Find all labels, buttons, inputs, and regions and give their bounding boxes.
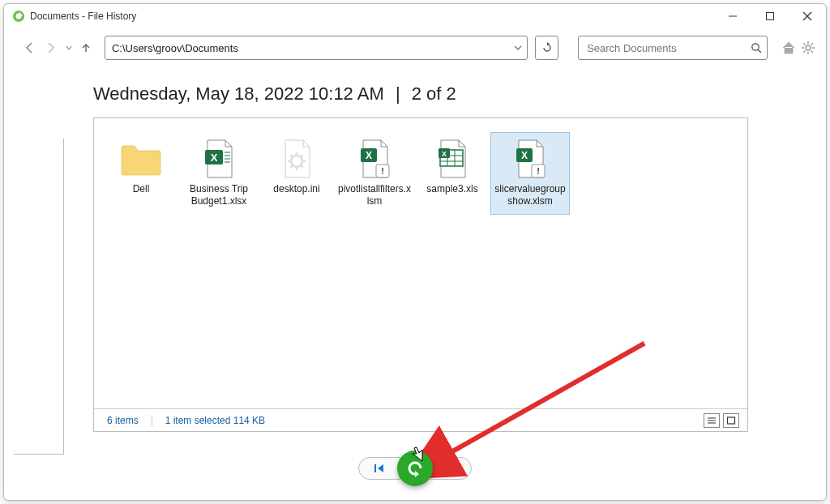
tab-stub	[14, 139, 64, 455]
address-path: C:\Users\groov\Documents	[105, 42, 509, 54]
close-button[interactable]	[789, 4, 826, 28]
ini-file-icon	[274, 136, 319, 182]
file-item[interactable]: X sample3.xls	[413, 133, 491, 202]
folder-item[interactable]: Dell	[102, 133, 180, 202]
heading-separator: |	[396, 83, 400, 104]
svg-point-1	[16, 14, 22, 19]
search-placeholder: Search Documents	[587, 42, 751, 54]
file-name-label: Dell	[133, 183, 150, 195]
refresh-button[interactable]	[535, 36, 558, 60]
snapshot-timestamp: Wednesday, May 18, 2022 10:12 AM	[93, 83, 384, 104]
minimize-button[interactable]	[714, 4, 751, 28]
item-count: 6 items	[107, 415, 139, 426]
view-details-button[interactable]	[704, 413, 720, 428]
svg-rect-50	[728, 417, 735, 424]
file-item-selected[interactable]: X ! slicervaluegroupshow.xlsm	[491, 133, 569, 214]
svg-rect-52	[454, 464, 456, 472]
navigation-row: C:\Users\groov\Documents Search Document…	[4, 32, 826, 64]
svg-line-7	[758, 49, 761, 53]
svg-rect-51	[374, 464, 376, 472]
file-item[interactable]: X Business Trip Budget1.xlsx	[180, 133, 258, 214]
svg-text:!: !	[381, 166, 384, 176]
titlebar: Documents - File History	[4, 4, 826, 28]
nav-back-button[interactable]	[20, 39, 37, 57]
status-separator	[152, 415, 152, 426]
svg-point-8	[806, 45, 811, 50]
address-dropdown-icon[interactable]	[509, 44, 527, 52]
svg-text:X: X	[521, 150, 528, 161]
file-history-window: Documents - File History C:\Use	[3, 3, 827, 501]
restore-button[interactable]	[397, 451, 433, 486]
svg-point-6	[752, 44, 759, 50]
svg-line-13	[803, 43, 805, 45]
excel-macro-file-icon: X !	[507, 136, 553, 182]
file-name-label: pivotlistallfilters.xlsm	[337, 183, 412, 207]
file-name-label: desktop.ini	[273, 183, 319, 195]
snapshot-heading: Wednesday, May 18, 2022 10:12 AM | 2 of …	[93, 83, 456, 105]
settings-gear-icon[interactable]	[800, 40, 816, 56]
svg-line-15	[811, 43, 813, 45]
svg-line-30	[301, 156, 303, 158]
svg-text:X: X	[211, 152, 218, 164]
next-version-button[interactable]	[430, 457, 472, 480]
address-bar[interactable]: C:\Users\groov\Documents	[105, 36, 528, 60]
view-icons-button[interactable]	[723, 413, 739, 428]
svg-line-14	[811, 51, 813, 53]
cursor-icon	[410, 446, 423, 462]
maximize-button[interactable]	[751, 4, 789, 28]
items-area[interactable]: Dell X	[94, 118, 747, 229]
file-name-label: slicervaluegroupshow.xlsm	[493, 183, 567, 207]
status-bar: 6 items 1 item selected 114 KB	[94, 408, 747, 431]
file-item[interactable]: X ! pivotlistallfilters.xlsm	[336, 133, 413, 214]
file-name-label: Business Trip Budget1.xlsx	[182, 183, 256, 207]
svg-line-28	[291, 156, 293, 158]
folder-icon	[118, 136, 164, 182]
svg-line-16	[803, 51, 805, 53]
svg-line-31	[291, 165, 293, 168]
svg-line-29	[301, 165, 303, 168]
file-name-label: sample3.xls	[426, 183, 477, 195]
excel-macro-file-icon: X !	[352, 136, 397, 182]
svg-text:X: X	[442, 150, 447, 158]
nav-recent-dropdown[interactable]	[65, 39, 73, 57]
selection-info: 1 item selected 114 KB	[165, 415, 265, 426]
nav-up-button[interactable]	[78, 39, 95, 57]
file-history-app-icon	[12, 10, 25, 23]
excel-legacy-file-icon: X	[430, 136, 475, 182]
home-icon[interactable]	[781, 40, 797, 56]
nav-forward-button[interactable]	[42, 39, 59, 57]
file-panel: Dell X	[93, 117, 748, 432]
snapshot-position: 2 of 2	[412, 83, 456, 104]
history-controls	[4, 450, 826, 487]
file-item[interactable]: desktop.ini	[258, 133, 336, 202]
excel-file-icon: X	[196, 136, 242, 182]
window-title: Documents - File History	[30, 11, 136, 22]
svg-text:!: !	[537, 166, 540, 176]
svg-rect-3	[767, 13, 774, 20]
previous-version-button[interactable]	[358, 457, 400, 480]
search-box[interactable]: Search Documents	[578, 36, 768, 60]
svg-text:X: X	[366, 150, 372, 161]
search-icon	[751, 42, 762, 53]
